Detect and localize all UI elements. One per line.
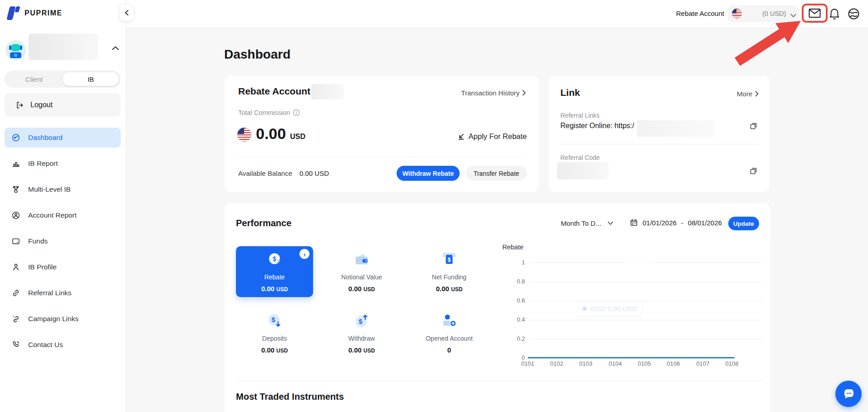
tile-value: 0.00 USD — [323, 285, 400, 293]
y-axis-tick: 0.8 — [496, 278, 525, 285]
globe-icon[interactable] — [848, 8, 860, 22]
x-axis-tick: 0106 — [659, 360, 688, 367]
sidebar-item-label: Referral Links — [28, 289, 72, 297]
referral-code-label: Referral Code — [560, 154, 600, 161]
sidebar-item-label: Multi-Level IB — [28, 185, 71, 194]
sidebar-item-label: Campaign Links — [28, 315, 78, 323]
sidebar-item-label: IB Profile — [28, 263, 57, 271]
link-card: Link More Referral Links Register Online… — [549, 76, 770, 192]
x-axis-tick: 0108 — [717, 360, 746, 367]
sidebar-collapse-button[interactable] — [119, 4, 134, 21]
tile-label: Rebate — [236, 273, 313, 281]
mail-icon[interactable] — [809, 8, 821, 18]
update-button[interactable]: Update — [728, 217, 759, 230]
sidebar-item-multi-level-ib[interactable]: Multi-Level IB — [5, 179, 121, 199]
total-commission-label: Total Commission — [238, 109, 290, 116]
transaction-history-link[interactable]: Transaction History — [461, 89, 526, 97]
withdraw-rebate-button[interactable]: Withdraw Rebate — [397, 166, 460, 181]
tile-label: Deposits — [236, 335, 313, 342]
perf-tile-rebate[interactable]: › $ Rebate 0.00 USD — [236, 246, 313, 297]
divider — [238, 157, 526, 157]
account-type-label: Rebate Account — [676, 10, 724, 17]
account-currency-selector[interactable]: (0 USD) — [728, 5, 799, 22]
gridline — [529, 339, 762, 339]
info-icon[interactable] — [293, 109, 300, 116]
more-link[interactable]: More — [737, 90, 759, 98]
logout-icon — [15, 101, 24, 109]
date-range-picker[interactable]: 01/01/2026 - 08/01/2026 — [630, 218, 722, 227]
sidebar-item-contact-us[interactable]: Contact Us — [5, 335, 121, 355]
date-end: 08/01/2026 — [688, 219, 722, 227]
sidebar-item-label: Funds — [28, 237, 48, 245]
brand-logo: PUPRIME — [6, 5, 62, 21]
link-card-title: Link — [560, 87, 580, 98]
gridline — [529, 282, 762, 282]
available-balance-label: Available Balance — [238, 169, 292, 177]
x-axis-tick: 0104 — [601, 360, 630, 367]
mail-highlight-box — [802, 4, 828, 23]
total-commission-amount: 0.00USD — [256, 125, 305, 143]
perf-tile-opened-account[interactable]: Opened Account 0 — [411, 308, 488, 358]
svg-text:$: $ — [358, 318, 363, 325]
copy-icon[interactable] — [749, 167, 758, 177]
chevron-down-icon — [608, 221, 613, 225]
rebate-card-title: Rebate Account — [238, 86, 310, 97]
link-icon — [11, 288, 20, 298]
bar-chart-icon — [11, 159, 20, 168]
chart-series-title: Rebate — [502, 243, 524, 251]
tile-label: Net Funding — [411, 273, 488, 281]
tab-ib[interactable]: IB — [63, 72, 119, 86]
sidebar-item-label: Contact Us — [28, 341, 63, 349]
transfer-rebate-button[interactable]: Transfer Rebate — [466, 166, 527, 181]
perf-tile-withdraw[interactable]: $ Withdraw 0.00 USD — [323, 308, 400, 358]
apply-for-rebate-link[interactable]: Apply For Rebate — [457, 132, 527, 141]
tab-client[interactable]: Client — [5, 70, 64, 88]
perf-tile-notional-value[interactable]: Notional Value 0.00 USD — [323, 246, 400, 297]
chevron-right-circle-icon[interactable]: › — [299, 249, 309, 259]
sidebar-menu: Dashboard IB Report Multi-Level IB Accou… — [5, 128, 121, 355]
us-flag-icon — [237, 128, 251, 142]
sidebar: PUPRIME Client IB Logout Dashboard IB Re… — [0, 0, 126, 412]
y-axis-tick: 0.2 — [496, 335, 525, 343]
sidebar-item-referral-links[interactable]: Referral Links — [5, 283, 121, 303]
logout-label: Logout — [30, 101, 53, 109]
perf-tile-net-funding[interactable]: $ Net Funding 0.00 USD — [411, 246, 488, 297]
chevron-up-icon[interactable] — [112, 45, 119, 53]
x-axis-tick: 0107 — [688, 360, 717, 367]
copy-icon[interactable] — [749, 122, 758, 132]
bell-icon[interactable] — [829, 8, 840, 22]
dollar-down-icon: $ — [265, 312, 284, 329]
chevron-down-icon — [790, 11, 796, 20]
referral-link-redacted — [637, 120, 715, 137]
puprime-logo-icon — [6, 5, 21, 21]
svg-text:$: $ — [271, 316, 275, 323]
sidebar-item-funds[interactable]: Funds — [5, 231, 121, 251]
account-balance: (0 USD) — [762, 10, 786, 17]
rebate-account-card: Rebate Account Transaction History Total… — [225, 76, 539, 192]
account-number-redacted — [311, 84, 344, 99]
tile-value: 0.00 USD — [323, 346, 400, 354]
sidebar-item-account-report[interactable]: Account Report — [5, 205, 121, 225]
y-axis-tick: 0.6 — [496, 297, 525, 304]
live-chat-button[interactable] — [835, 381, 862, 407]
main-content: Dashboard Rebate Account Transaction His… — [126, 28, 868, 412]
sidebar-item-ib-profile[interactable]: IB Profile — [5, 257, 121, 277]
performance-card: Performance Month To D... 01/01/2026 - 0… — [225, 203, 770, 412]
sidebar-item-ib-report[interactable]: IB Report — [5, 154, 121, 174]
fading-tooltip-patch — [624, 246, 653, 278]
sidebar-item-dashboard[interactable]: Dashboard — [5, 128, 121, 148]
logout-button[interactable]: Logout — [5, 93, 121, 117]
x-axis-tick: 0102 — [542, 360, 571, 367]
chevron-right-icon — [522, 90, 526, 96]
chart-tooltip-fading: 0102 0.00 USD — [578, 300, 642, 317]
calendar-icon — [630, 218, 638, 227]
account-name-redacted — [29, 34, 98, 60]
period-select[interactable]: Month To D... — [561, 219, 613, 227]
tile-label: Opened Account — [411, 335, 488, 342]
dollar-up-icon: $ — [353, 312, 371, 329]
person-circle-icon — [11, 211, 20, 220]
perf-tile-deposits[interactable]: $ Deposits 0.00 USD — [236, 308, 313, 358]
sidebar-item-campaign-links[interactable]: Campaign Links — [5, 309, 121, 329]
period-value: Month To D... — [561, 219, 601, 227]
divider — [237, 381, 765, 381]
